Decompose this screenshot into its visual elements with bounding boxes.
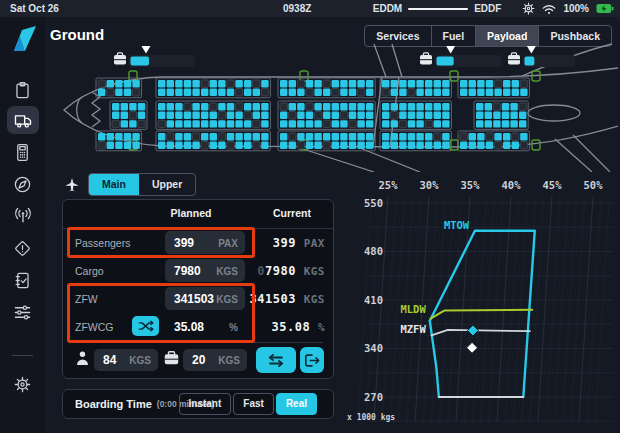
y-axis-unit-label: x 1000 kgs [347, 413, 395, 422]
app-logo [11, 25, 37, 52]
y-tick-label: 480 [364, 245, 383, 257]
zfwcg-shuffle-button[interactable] [132, 316, 159, 336]
ground-vehicle-icon [13, 110, 33, 130]
cargo-bar [508, 46, 575, 67]
pax-weight-unit: KGS [129, 355, 151, 366]
zfw-input[interactable]: 341503 KGS [165, 287, 245, 310]
swap-arrows-icon [266, 353, 286, 368]
x-tick-label: 45% [543, 179, 563, 191]
row-label: ZFWCG [75, 321, 114, 333]
zfwcg-current: 35.08 % [272, 320, 325, 334]
sidebar-item-radio[interactable] [7, 202, 39, 230]
sidebar-item-clipboard[interactable] [7, 76, 39, 104]
route-progress-line [408, 8, 468, 10]
cargo-bar [420, 46, 501, 67]
gear-icon [13, 375, 32, 394]
x-tick-label: 50% [584, 179, 604, 191]
nav-sidebar [0, 17, 45, 433]
zfwcg-value-box[interactable]: 35.08 % [165, 315, 245, 338]
status-bar: Sat Oct 26 0938Z EDDM EDDF [0, 0, 620, 17]
cargo-load-bars [114, 46, 575, 67]
boarding-option-real[interactable]: Real [276, 393, 317, 415]
airplane-icon [64, 177, 80, 193]
pax-weight-input[interactable]: 84 KGS [94, 349, 158, 371]
weights-row: 84 KGS 20 KGS [63, 346, 333, 374]
x-tick-label: 30% [420, 179, 440, 191]
status-utc-time: 0938Z [283, 3, 311, 14]
destination-icao: EDDF [474, 3, 501, 14]
sidebar-item-calculator[interactable] [7, 138, 39, 166]
sidebar-divider [12, 355, 33, 356]
cargo-unit: KGS [216, 265, 238, 276]
sidebar-item-settings[interactable] [7, 370, 39, 398]
column-header-planned: Planned [151, 207, 231, 219]
passengers-input[interactable]: 399 PAX [165, 231, 245, 254]
row-cargo: Cargo 7980 KGS 07980 KGS [63, 257, 333, 285]
sidebar-item-ground[interactable] [7, 106, 39, 134]
zfwcg-planned-value: 35.08 [174, 320, 204, 334]
sidebar-item-compass[interactable] [7, 170, 39, 198]
person-icon [76, 351, 89, 366]
zfw-planned-value: 341503 [174, 292, 214, 306]
chart-label-MZFW: MZFW [400, 323, 426, 335]
row-zfwcg: ZFWCG 35.08 % 35.08 % [63, 313, 333, 341]
flight-route: EDDM EDDF [373, 3, 502, 14]
boarding-option-instant[interactable]: Instant [179, 393, 232, 415]
sidebar-item-sliders[interactable] [7, 298, 39, 326]
boarding-time-panel: Boarding Time (0:00 minutes) Instant Fas… [62, 389, 334, 419]
battery-percent: 100% [563, 3, 589, 14]
chart-label-MLDW: MLDW [400, 303, 426, 315]
cargo-bar [114, 46, 195, 67]
passengers-unit: PAX [218, 237, 238, 248]
deck-selector: Main Upper [64, 173, 196, 196]
battery-icon [596, 3, 614, 14]
tab-deck-main[interactable]: Main [89, 174, 139, 195]
table-header: Planned Current [63, 200, 333, 229]
status-date: Sat Oct 26 [10, 3, 59, 14]
checklist-icon [13, 271, 32, 290]
row-label: Cargo [75, 265, 104, 277]
x-tick-label: 25% [379, 179, 399, 191]
sidebar-item-hazard[interactable] [7, 234, 39, 262]
zfwcg-unit: % [229, 321, 238, 332]
calculator-icon [13, 143, 32, 162]
zfw-unit: KGS [216, 293, 238, 304]
x-tick-label: 35% [461, 179, 481, 191]
boarding-option-fast[interactable]: Fast [233, 393, 274, 415]
cargo-current: 07980 KGS [257, 264, 325, 278]
radio-antenna-icon [13, 206, 33, 226]
bag-weight-value: 20 [192, 353, 205, 367]
tab-deck-upper[interactable]: Upper [139, 174, 195, 195]
cg-envelope-chart: 25%30%35%40%45%50%550480410340270x 1000 … [345, 178, 617, 430]
payload-table-panel: Planned Current Passengers 399 PAX 399 P… [62, 199, 334, 379]
shuffle-icon [138, 320, 154, 332]
settings-gear-icon[interactable] [522, 2, 535, 15]
series-MZFW [431, 330, 529, 336]
chart-label-MTOW: MTOW [444, 219, 470, 231]
transfer-weights-button[interactable] [256, 347, 296, 373]
bag-weight-input[interactable]: 20 KGS [183, 349, 247, 371]
seat-blocks [96, 78, 529, 151]
column-header-current: Current [259, 207, 325, 219]
cargo-input[interactable]: 7980 KGS [165, 259, 245, 282]
row-passengers: Passengers 399 PAX 399 PAX [63, 229, 333, 257]
suitcase-icon [164, 351, 179, 365]
sidebar-item-checklist[interactable] [7, 266, 39, 294]
export-payload-button[interactable] [300, 347, 324, 373]
tow-marker [467, 325, 478, 336]
origin-icao: EDDM [373, 3, 402, 14]
y-tick-label: 340 [364, 342, 383, 354]
page-title: Ground [50, 26, 104, 43]
pax-weight-value: 84 [103, 353, 116, 367]
zfw-current: 341503 KGS [250, 292, 325, 306]
x-tick-label: 40% [502, 179, 522, 191]
boarding-options: Instant Fast Real [179, 393, 317, 415]
passengers-current: 399 PAX [273, 236, 325, 250]
row-label: Passengers [75, 237, 130, 249]
passengers-planned-value: 399 [174, 236, 194, 250]
aircraft-seat-map[interactable] [52, 42, 618, 172]
y-tick-label: 270 [364, 391, 383, 403]
y-tick-label: 550 [364, 197, 383, 209]
wifi-icon [542, 3, 556, 15]
row-zfw: ZFW 341503 KGS 341503 KGS [63, 285, 333, 313]
